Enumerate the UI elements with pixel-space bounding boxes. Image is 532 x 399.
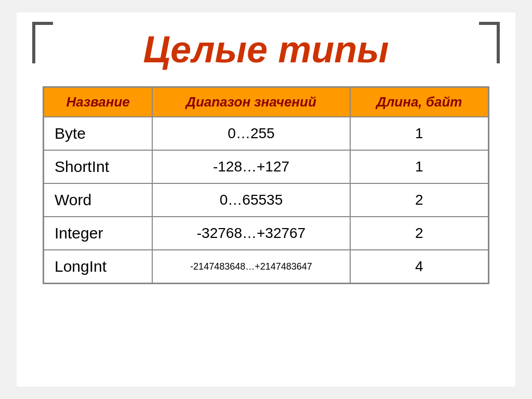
table-row: Byte0…2551 [44,117,489,150]
cell-size: 1 [350,117,489,150]
cell-range: 0…65535 [152,183,350,217]
cell-size: 4 [350,250,489,284]
bracket-top-right [479,22,500,63]
cell-range: -32768…+32767 [152,217,350,250]
cell-range: 0…255 [152,117,350,150]
cell-size: 1 [350,150,489,183]
cell-name: ShortInt [44,150,153,183]
table-header-row: Название Диапазон значений Длина, байт [44,87,489,117]
table-row: LongInt-2147483648…+21474836474 [44,250,489,284]
table-row: Integer-32768…+327672 [44,217,489,250]
integer-types-table: Название Диапазон значений Длина, байт B… [43,86,489,284]
bracket-top-left [32,22,53,63]
slide-title: Целые типы [143,28,389,71]
table-wrapper: Название Диапазон значений Длина, байт B… [43,86,489,284]
cell-size: 2 [350,183,489,217]
table-row: ShortInt-128…+1271 [44,150,489,183]
cell-name: Integer [44,217,153,250]
slide-container: Целые типы Название Диапазон значений Дл… [17,12,515,387]
cell-size: 2 [350,217,489,250]
col-header-range: Диапазон значений [152,87,350,117]
cell-name: LongInt [44,250,153,284]
cell-name: Word [44,183,153,217]
table-row: Word0…655352 [44,183,489,217]
cell-range: -128…+127 [152,150,350,183]
col-header-name: Название [44,87,153,117]
cell-name: Byte [44,117,153,150]
col-header-size: Длина, байт [350,87,489,117]
cell-range: -2147483648…+2147483647 [152,250,350,284]
